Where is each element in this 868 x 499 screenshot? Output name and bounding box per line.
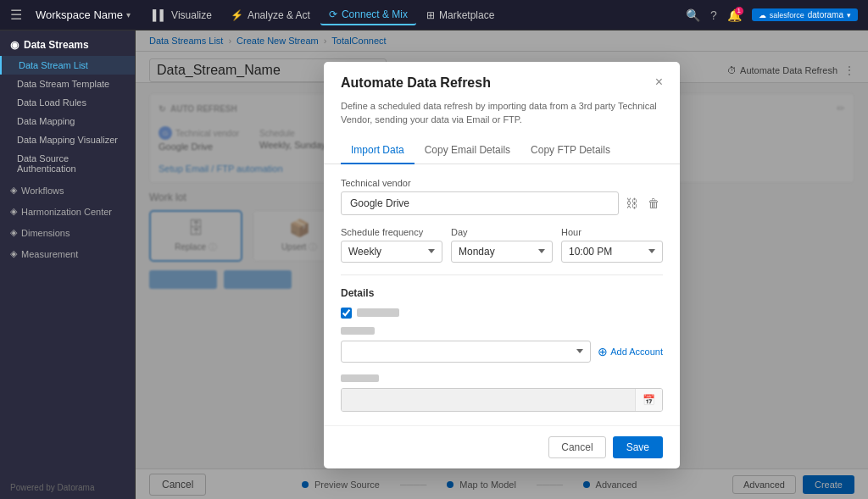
sidebar-item-data-mapping-visualizer[interactable]: Data Mapping Visualizer	[0, 130, 135, 149]
day-select[interactable]: Monday	[451, 241, 553, 263]
nav-items: ▌▌ Visualize ⚡ Analyze & Act ⟳ Connect &…	[144, 5, 503, 25]
sidebar-item-data-stream-list[interactable]: Data Stream List	[0, 56, 135, 75]
modal-tabs: Import Data Copy Email Details Copy FTP …	[324, 137, 680, 164]
modal-close-button[interactable]: ×	[655, 75, 663, 89]
day-group: Day Monday	[451, 227, 553, 263]
save-button[interactable]: Save	[613, 436, 663, 458]
calendar-icon: 📅	[635, 389, 662, 411]
detail-text-input[interactable]	[342, 389, 635, 411]
dropdown-add-account-row: ⊕ Add Account	[341, 341, 663, 363]
add-account-link[interactable]: ⊕ Add Account	[598, 345, 663, 358]
cancel-button[interactable]: Cancel	[548, 436, 605, 458]
workspace-name[interactable]: Workspace Name ▾	[36, 8, 131, 21]
bar-chart-icon: ▌▌	[153, 9, 167, 21]
notification-icon[interactable]: 🔔 1	[727, 8, 742, 22]
sidebar-section-data-streams[interactable]: ◉ Data Streams	[0, 30, 135, 56]
sidebar-item-data-stream-template[interactable]: Data Stream Template	[0, 75, 135, 93]
modal-tab-copy-email[interactable]: Copy Email Details	[415, 137, 520, 164]
sidebar-group-workflows[interactable]: ◈ Workflows	[0, 178, 135, 199]
add-icon: ⊕	[598, 345, 608, 358]
top-navigation: ☰ Workspace Name ▾ ▌▌ Visualize ⚡ Analyz…	[0, 0, 868, 30]
modal-title: Automate Data Refresh	[341, 75, 491, 91]
nav-item-marketplace[interactable]: ⊞ Marketplace	[418, 6, 503, 25]
hamburger-icon[interactable]: ☰	[10, 7, 22, 23]
content-area: Data Streams List › Create New Stream › …	[136, 30, 868, 499]
help-icon[interactable]: ?	[710, 8, 717, 22]
technical-vendor-input[interactable]	[341, 191, 619, 215]
divider	[341, 274, 663, 275]
account-select[interactable]	[341, 341, 591, 363]
modal-overlay: Automate Data Refresh × Define a schedul…	[136, 30, 868, 499]
modal-tab-import-data[interactable]: Import Data	[341, 137, 415, 164]
schedule-frequency-group: Schedule frequency Weekly	[341, 227, 442, 263]
nav-item-analyze[interactable]: ⚡ Analyze & Act	[222, 6, 319, 25]
salesforce-logo: ☁	[759, 11, 766, 19]
technical-vendor-row: Technical vendor ⛓ 🗑	[341, 178, 663, 215]
nav-item-connect[interactable]: ⟳ Connect & Mix	[320, 5, 416, 25]
measurement-icon: ◈	[10, 248, 17, 259]
details-checkbox[interactable]	[341, 308, 352, 319]
schedule-frequency-select[interactable]: Weekly	[341, 241, 442, 263]
sidebar-group-dimensions[interactable]: ◈ Dimensions	[0, 220, 135, 241]
sidebar-item-data-load-rules[interactable]: Data Load Rules	[0, 93, 135, 112]
modal-tab-copy-ftp[interactable]: Copy FTP Details	[520, 137, 620, 164]
technical-vendor-input-group: ⛓ 🗑	[341, 191, 663, 215]
day-label: Day	[451, 227, 553, 237]
modal-footer: Cancel Save	[324, 425, 680, 469]
search-icon[interactable]: 🔍	[686, 8, 700, 22]
main-layout: ◉ Data Streams Data Stream List Data Str…	[0, 30, 868, 499]
modal-body: Technical vendor ⛓ 🗑 Schedule frequency	[324, 164, 680, 425]
hour-select[interactable]: 10:00 PM	[561, 241, 663, 263]
grid-icon: ⊞	[426, 9, 435, 21]
schedule-row: Schedule frequency Weekly Day Monday	[341, 227, 663, 263]
brand-badge[interactable]: ☁ salesforce datorama ▾	[752, 8, 858, 21]
technical-vendor-label: Technical vendor	[341, 178, 663, 188]
checkbox-row	[341, 308, 663, 319]
sidebar-item-data-source-auth[interactable]: Data Source Authentication	[0, 149, 135, 178]
data-streams-icon: ◉	[10, 39, 19, 51]
checkbox-label-1	[357, 308, 399, 317]
lightning-icon: ⚡	[231, 9, 243, 21]
connect-icon: ⟳	[329, 8, 337, 20]
sidebar-group-measurement[interactable]: ◈ Measurement	[0, 241, 135, 263]
harmonization-icon: ◈	[10, 206, 17, 217]
input-with-icon-row: 📅	[341, 388, 663, 412]
schedule-frequency-label: Schedule frequency	[341, 227, 442, 237]
workflows-icon: ◈	[10, 185, 17, 196]
automate-data-refresh-modal: Automate Data Refresh × Define a schedul…	[324, 62, 680, 469]
details-section-title: Details	[341, 287, 663, 299]
link-icon[interactable]: ⛓	[622, 193, 641, 213]
delete-icon[interactable]: 🗑	[644, 193, 663, 213]
sub-label-1	[341, 327, 375, 335]
sidebar-group-harmonization[interactable]: ◈ Harmonization Center	[0, 199, 135, 220]
sidebar-footer: Powered by Datorama	[0, 476, 135, 499]
modal-header: Automate Data Refresh ×	[324, 62, 680, 99]
brand-chevron-icon: ▾	[847, 11, 851, 19]
hour-group: Hour 10:00 PM	[561, 227, 663, 263]
dimensions-icon: ◈	[10, 227, 17, 238]
sidebar: ◉ Data Streams Data Stream List Data Str…	[0, 30, 136, 499]
sub-label-2	[341, 374, 379, 382]
sidebar-item-data-mapping[interactable]: Data Mapping	[0, 112, 135, 130]
modal-subtitle: Define a scheduled data refresh by impor…	[324, 99, 680, 137]
hour-label: Hour	[561, 227, 663, 237]
nav-item-visualize[interactable]: ▌▌ Visualize	[144, 6, 220, 25]
chevron-down-icon: ▾	[126, 10, 131, 19]
